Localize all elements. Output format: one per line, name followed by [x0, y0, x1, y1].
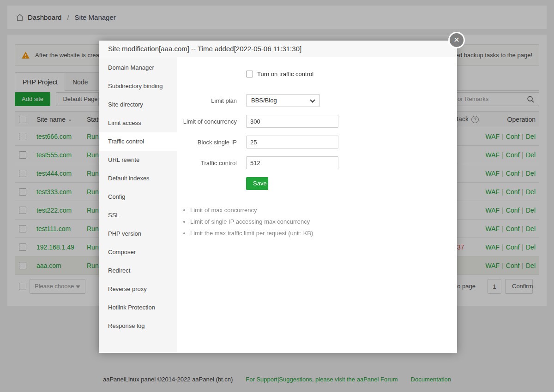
- limit-plan-select[interactable]: BBS/Blog: [246, 94, 320, 107]
- bullet-icon: [183, 221, 185, 223]
- block-single-ip-label: Block single IP: [177, 139, 237, 146]
- modal-tab-limit-access[interactable]: Limit access: [99, 114, 177, 132]
- traffic-control-checkbox-label: Turn on traffic control: [257, 71, 313, 77]
- modal-tab-response-log[interactable]: Response log: [99, 317, 177, 335]
- save-button[interactable]: Save: [246, 177, 268, 190]
- modal-tab-domain-manager[interactable]: Domain Manager: [99, 59, 177, 77]
- bullet-icon: [183, 209, 185, 211]
- modal-title: Site modification[aaa.com] -- Time added…: [99, 41, 457, 57]
- traffic-control-label: Traffic control: [177, 160, 237, 166]
- site-modification-modal: ✕ Site modification[aaa.com] -- Time add…: [99, 41, 457, 353]
- modal-tab-hotlink-protection[interactable]: Hotlink Protection: [99, 298, 177, 317]
- modal-tab-url-rewrite[interactable]: URL rewrite: [99, 151, 177, 169]
- limit-plan-label: Limit plan: [177, 97, 237, 104]
- modal-tab-subdirectory-binding[interactable]: Subdirectory binding: [99, 77, 177, 95]
- traffic-control-input[interactable]: [246, 156, 338, 169]
- modal-tab-default-indexes[interactable]: Default indexes: [99, 169, 177, 188]
- modal-tab-php-version[interactable]: PHP version: [99, 225, 177, 243]
- traffic-notes: Limit of max concurrency Limit of single…: [183, 204, 457, 239]
- modal-tab-site-directory[interactable]: Site directory: [99, 95, 177, 114]
- modal-tab-config[interactable]: Config: [99, 188, 177, 206]
- bullet-icon: [183, 232, 185, 234]
- modal-tab-ssl[interactable]: SSL: [99, 206, 177, 225]
- modal-tab-redirect[interactable]: Redirect: [99, 261, 177, 280]
- concurrency-label: Limit of concurrency: [177, 118, 237, 125]
- note-item: Limit the max traffic limit per request …: [190, 230, 313, 237]
- modal-tab-reverse-proxy[interactable]: Reverse proxy: [99, 280, 177, 298]
- traffic-control-panel: Turn on traffic control Limit plan BBS/B…: [177, 57, 457, 352]
- note-item: Limit of max concurrency: [190, 207, 257, 214]
- concurrency-input[interactable]: [246, 115, 338, 128]
- note-item: Limit of single IP accessing max concurr…: [190, 218, 310, 225]
- traffic-control-checkbox[interactable]: [246, 71, 253, 77]
- close-icon[interactable]: ✕: [448, 32, 465, 48]
- modal-tab-traffic-control[interactable]: Traffic control: [99, 132, 177, 151]
- chevron-down-icon: [310, 97, 315, 102]
- modal-sidebar: Domain Manager Subdirectory binding Site…: [99, 57, 177, 352]
- modal-tab-composer[interactable]: Composer: [99, 243, 177, 261]
- block-single-ip-input[interactable]: [246, 136, 338, 148]
